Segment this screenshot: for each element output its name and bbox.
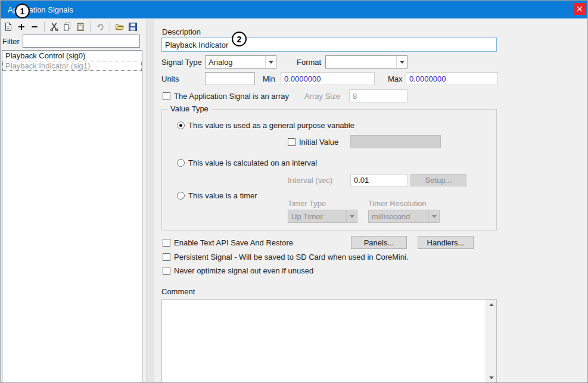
min-label: Min (263, 74, 275, 84)
annotation-badge-1: 1 (15, 4, 30, 18)
checkbox-box (163, 253, 170, 261)
interval-label: Interval (sec) (288, 176, 332, 185)
timer-resolution-select: millisecond (368, 210, 440, 223)
radio-button (177, 159, 185, 167)
chevron-down-icon (428, 210, 439, 222)
radio-button (177, 122, 185, 129)
annotation-badge-2: 2 (232, 32, 247, 46)
never-optimize-checkbox[interactable]: Never optimize signal out even if unused (163, 266, 313, 275)
paste-icon (76, 22, 85, 32)
enable-text-api-checkbox[interactable]: Enable Text API Save And Restore (163, 238, 293, 247)
format-label: Format (297, 58, 321, 67)
panel-divider (146, 19, 154, 383)
toolbar-open-button[interactable] (113, 20, 126, 33)
timer-resolution-value: millisecond (372, 212, 428, 221)
undo-icon (95, 22, 105, 32)
max-input[interactable] (406, 72, 498, 85)
max-label: Max (388, 74, 403, 84)
add-icon (17, 22, 26, 32)
initial-value-label: Initial Value (299, 138, 338, 147)
checkbox-box (163, 239, 170, 247)
radio-interval-label: This value is calculated on an interval (188, 158, 317, 167)
min-input[interactable] (281, 72, 375, 85)
radio-timer-label: This value is a timer (188, 191, 257, 200)
panels-button[interactable]: Panels... (351, 236, 407, 249)
titlebar[interactable]: Application Signals (1, 1, 587, 18)
toolbar-save-button[interactable] (126, 20, 139, 33)
chevron-down-icon (265, 56, 276, 68)
signal-type-select[interactable]: Analog (205, 55, 276, 68)
array-size-label: Array Size (304, 92, 340, 101)
save-icon (128, 22, 138, 32)
value-type-group-label: Value Type (167, 104, 211, 113)
copy-icon (63, 22, 72, 32)
units-input[interactable] (205, 72, 255, 85)
toolbar-new-signal-button[interactable] (2, 20, 15, 33)
timer-type-label: Timer Type (288, 199, 326, 208)
signal-type-value: Analog (209, 58, 265, 67)
chevron-down-icon (396, 56, 407, 68)
initial-value-checkbox[interactable]: Initial Value (288, 138, 338, 147)
signal-type-label: Signal Type (161, 58, 202, 67)
scroll-up-button[interactable] (486, 300, 496, 310)
setup-button: Setup... (410, 174, 466, 186)
persistent-signal-label: Persistent Signal - Will be saved to SD … (174, 253, 409, 261)
persistent-signal-checkbox[interactable]: Persistent Signal - Will be saved to SD … (163, 253, 409, 261)
chevron-down-icon (489, 376, 494, 379)
application-signals-window: Application Signals 1 2 (0, 0, 588, 383)
toolbar (2, 19, 139, 34)
radio-button (177, 192, 185, 200)
close-button[interactable] (573, 3, 586, 15)
close-icon (576, 5, 583, 13)
checkbox-box (163, 92, 170, 100)
toolbar-separator (44, 21, 45, 32)
open-icon (115, 22, 125, 32)
scroll-down-button[interactable] (486, 373, 496, 383)
filter-input[interactable] (23, 35, 140, 48)
radio-general-purpose[interactable]: This value is used as a general purpose … (177, 121, 354, 130)
cut-icon (49, 22, 59, 32)
description-label: Description (162, 27, 201, 37)
never-optimize-label: Never optimize signal out even if unused (174, 266, 313, 275)
handlers-button[interactable]: Handlers... (418, 236, 474, 249)
timer-type-select: Up Timer (288, 210, 357, 223)
toolbar-cut-button[interactable] (48, 20, 61, 33)
toolbar-add-button[interactable] (15, 20, 28, 33)
comment-scrollbar[interactable] (486, 300, 496, 383)
array-checkbox[interactable]: The Application Signal is an array (163, 92, 289, 101)
signal-list: Playback Control (sig0) Playback Indicat… (2, 50, 142, 383)
comment-label: Comment (161, 287, 195, 297)
toolbar-separator (110, 21, 110, 32)
toolbar-undo-button (94, 20, 107, 33)
timer-type-value: Up Timer (291, 212, 346, 221)
comment-input[interactable] (161, 299, 497, 383)
chevron-down-icon (346, 210, 357, 222)
chevron-up-icon (489, 303, 494, 306)
array-checkbox-label: The Application Signal is an array (174, 92, 289, 101)
checkbox-box (288, 138, 295, 146)
radio-timer[interactable]: This value is a timer (177, 191, 257, 200)
radio-general-purpose-label: This value is used as a general purpose … (188, 121, 354, 130)
checkbox-box (163, 267, 170, 275)
toolbar-copy-button[interactable] (61, 20, 74, 33)
filter-label: Filter (2, 37, 20, 46)
initial-value-input (350, 135, 441, 148)
toolbar-paste-button[interactable] (74, 20, 87, 33)
toolbar-remove-button[interactable] (28, 20, 41, 33)
toolbar-separator (90, 21, 91, 32)
format-select[interactable] (325, 55, 407, 68)
new-signal-icon (4, 22, 13, 32)
array-size-input (349, 89, 407, 102)
description-input[interactable] (161, 38, 497, 52)
interval-input[interactable] (350, 174, 408, 186)
enable-text-api-label: Enable Text API Save And Restore (174, 238, 293, 247)
list-item-playback-control[interactable]: Playback Control (sig0) (2, 51, 142, 61)
units-label: Units (161, 74, 179, 84)
remove-icon (30, 22, 39, 32)
timer-resolution-label: Timer Resolution (368, 199, 427, 208)
list-item-playback-indicator[interactable]: Playback Indicator (sig1) (2, 61, 142, 71)
radio-interval[interactable]: This value is calculated on an interval (177, 158, 317, 167)
